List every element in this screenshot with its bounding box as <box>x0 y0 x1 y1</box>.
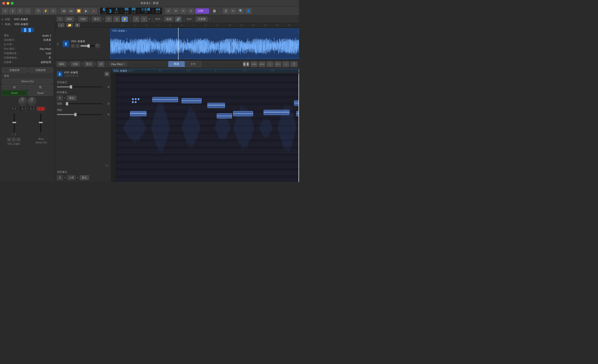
expand-2-btn[interactable]: ↔ <box>282 61 289 67</box>
collapse-btn[interactable]: ▼ <box>75 23 80 28</box>
vol-btn[interactable]: ↥ <box>291 61 297 67</box>
send-button[interactable]: 发送 <box>2 74 53 78</box>
expand-h-btn[interactable]: ⟺ <box>251 61 257 67</box>
snap-icon[interactable]: 🔗 <box>175 17 182 22</box>
pan-knob-1[interactable] <box>18 97 27 105</box>
skip-back-button[interactable]: ⏪ <box>75 8 82 14</box>
pitch-note-7[interactable] <box>294 100 299 106</box>
snap-btn[interactable]: 敏捷 <box>164 17 174 22</box>
rewind-button[interactable]: ⏮ <box>60 8 67 14</box>
pitch-note-5[interactable] <box>233 111 253 116</box>
group-btn-2[interactable]: 组 <box>28 85 53 90</box>
read-btn-1[interactable]: Read <box>2 91 27 96</box>
edit2-button[interactable]: ✏ <box>230 8 237 14</box>
mixer-button[interactable]: ⚡ <box>42 8 49 14</box>
flex-marker-3[interactable] <box>132 101 134 103</box>
pitch-note-6[interactable] <box>264 110 289 115</box>
drag-btn[interactable]: 无重叠 <box>196 17 208 22</box>
library-button[interactable]: ≡ <box>2 8 8 14</box>
person-button[interactable]: 👤 <box>245 8 252 14</box>
notes-button[interactable]: ♪ <box>24 8 31 14</box>
time-off-dropdown[interactable]: 关 <box>57 96 63 100</box>
fp-collapse-btn[interactable]: ▼ <box>105 72 109 76</box>
record-button[interactable]: ● <box>91 8 97 14</box>
maximize-button[interactable] <box>11 2 14 5</box>
volume-thumb[interactable] <box>87 44 90 48</box>
expand-v-btn[interactable]: ⟸ <box>259 61 265 67</box>
pitch-note-0[interactable] <box>130 111 146 116</box>
group-btn-1[interactable]: 组 <box>2 85 27 90</box>
strength-thumb[interactable] <box>66 102 68 105</box>
tab-file[interactable]: 文件 <box>185 61 201 67</box>
fader-thumb-2[interactable] <box>39 122 43 123</box>
toggle-button[interactable] <box>210 8 219 14</box>
fader-v-2[interactable] <box>40 114 42 132</box>
flex-marker-1[interactable] <box>135 98 137 100</box>
pencil-button[interactable]: ✏ <box>180 8 187 14</box>
add-track-header[interactable]: + <box>58 23 65 28</box>
folder-btn[interactable]: 📁 <box>66 23 73 28</box>
edit-btn[interactable]: 编辑 <box>65 17 74 22</box>
add-track-btn[interactable]: + <box>141 17 147 22</box>
cut-button[interactable]: ✂ <box>50 8 57 14</box>
s-btn-track[interactable]: S <box>76 44 79 48</box>
loop-btn[interactable]: ⇄ <box>98 61 104 67</box>
search-button[interactable]: 🔍 <box>238 8 244 14</box>
zoom-waveform-btn[interactable]: ↕ <box>267 61 273 67</box>
no-button[interactable]: ✕ <box>173 8 179 14</box>
back-arrow-btn[interactable]: ↖ <box>57 17 63 21</box>
lasso-btn[interactable]: ↗ <box>133 17 139 22</box>
pitch-note-1[interactable] <box>152 97 178 102</box>
audio-effects-btn-2[interactable]: 音频效果 <box>28 67 53 73</box>
gain-slider[interactable] <box>57 114 103 115</box>
stereo-out-button[interactable]: Stereo Out <box>2 79 53 84</box>
fit-btn[interactable]: ⟵ <box>275 61 281 67</box>
s-mode-button[interactable]: S <box>188 8 194 14</box>
flex-marker-2[interactable] <box>138 98 139 100</box>
scale-off-dropdown[interactable]: 关 <box>57 175 63 180</box>
time-quantize-btn[interactable]: 量化 <box>67 96 76 100</box>
pitch-note-3[interactable] <box>207 103 225 108</box>
play-button[interactable]: ▶ <box>83 8 90 14</box>
fast-forward-button[interactable]: ⏭ <box>68 8 75 14</box>
cycle-button[interactable]: ↺ <box>165 8 172 14</box>
minimize-button[interactable] <box>7 2 9 5</box>
close-button[interactable] <box>2 2 5 5</box>
track-volume-slider[interactable] <box>80 45 94 47</box>
bottom-edit-btn[interactable]: 编辑 <box>57 62 66 66</box>
help-button[interactable]: ? <box>17 8 24 14</box>
pointer-tool[interactable]: ↖ <box>105 17 112 22</box>
fader-thumb-1[interactable] <box>12 122 16 123</box>
pitch-note-4[interactable] <box>217 113 232 118</box>
scale-major-dropdown[interactable]: 大调 <box>67 175 75 180</box>
function-btn[interactable]: 功能 <box>78 17 88 22</box>
link-btn[interactable]: ⛓ <box>113 17 120 22</box>
s-btn-bottom[interactable]: S <box>12 138 16 141</box>
strength-slider[interactable] <box>66 103 103 104</box>
pitch-note-2[interactable] <box>182 98 201 103</box>
gain-thumb[interactable] <box>74 113 77 116</box>
waveform-btn[interactable]: ▐▌▐▌ <box>243 61 249 67</box>
list-button[interactable]: ☰ <box>223 8 229 14</box>
fader-v-1[interactable] <box>14 114 15 132</box>
flex-marker-0[interactable] <box>132 98 134 100</box>
flex-marker-4[interactable] <box>135 101 137 103</box>
scale-quantize-btn[interactable]: 量化 <box>80 175 89 180</box>
info-button[interactable]: ℹ <box>9 8 16 14</box>
audio-effects-btn-1[interactable]: 音频效果 <box>2 67 27 73</box>
m-btn-bottom-2[interactable]: M <box>17 138 20 141</box>
pan-knob-2[interactable] <box>28 97 36 105</box>
m-btn-bottom[interactable]: M <box>7 138 11 141</box>
bottom-function-btn[interactable]: 功能 <box>71 62 80 66</box>
clock-button[interactable]: ⏱ <box>35 8 42 14</box>
master-button[interactable]: 1234 🎵 <box>195 8 209 14</box>
bottom-view-btn[interactable]: 显示 <box>84 62 93 66</box>
m-btn-track[interactable]: M <box>71 44 75 48</box>
pitch-slider[interactable] <box>57 86 103 87</box>
waveform-clip-1[interactable]: VOC-未修音 ○ <box>110 29 299 59</box>
flex-pitch-dropdown[interactable]: Flex Pitch ▾ <box>109 62 127 66</box>
pitch-thumb[interactable] <box>70 85 72 89</box>
window-controls[interactable] <box>2 2 14 5</box>
view-btn[interactable]: 显示 <box>92 17 101 22</box>
filter-btn[interactable]: ⚡ <box>121 17 128 22</box>
